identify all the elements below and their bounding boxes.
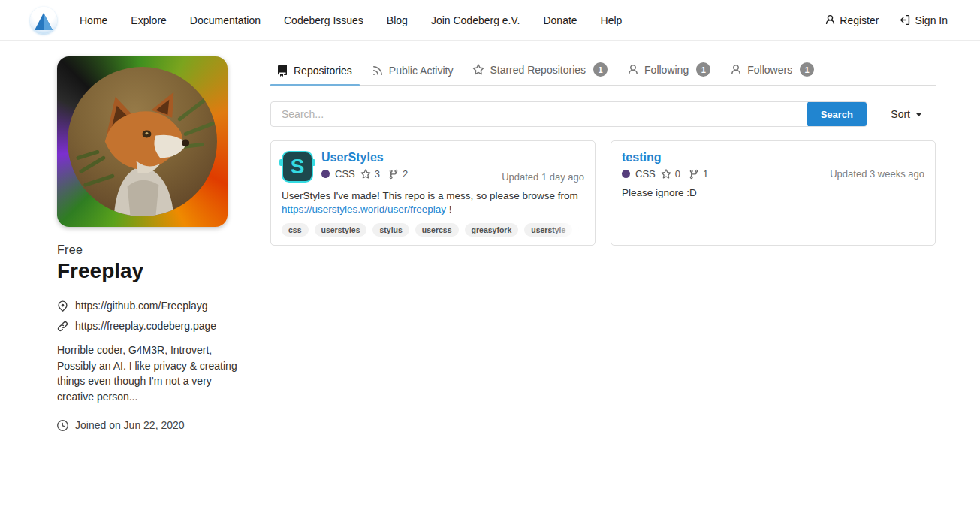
register-label: Register [840,14,879,26]
tab-following-label: Following [644,64,689,76]
repo-card-header: testing CSS 0 1 Updated 3 weeks ago [622,151,924,180]
repo-updated: Updated 1 day ago [502,171,584,183]
profile-joined-label: Joined on Jun 22, 2020 [75,419,185,431]
repo-meta-row: CSS 0 1 [622,168,711,180]
tab-repositories-label: Repositories [294,65,352,77]
language-label: CSS [635,168,656,180]
sort-label: Sort [891,108,910,120]
topic-chip[interactable]: cascading-style-sheets [578,223,584,237]
repo-title-block: UserStyles CSS 3 2 [321,151,411,180]
profile-website-row: https://freeplay.codeberg.page [57,320,230,332]
repo-icon [276,65,288,77]
profile-joined-row: Joined on Jun 22, 2020 [57,419,230,431]
topic-chip[interactable]: greasyfork [465,223,519,237]
star-icon [360,169,371,180]
page-body: Free Freeplay https://github.com/Freepla… [0,41,980,431]
repo-description: Please ignore :D [622,186,924,200]
nav-join-codeberg[interactable]: Join Codeberg e.V. [431,14,520,26]
tab-public-activity[interactable]: Public Activity [366,59,461,85]
fork-icon [388,169,399,180]
repo-card-header: S UserStyles CSS 3 2 [282,151,584,183]
navbar: Home Explore Documentation Codeberg Issu… [0,0,980,41]
star-icon [661,169,671,180]
star-icon [472,64,484,76]
topic-chip[interactable]: userstyles [315,223,367,237]
topic-chip[interactable]: css [282,223,309,237]
repo-name-link[interactable]: testing [622,151,711,164]
nav-home[interactable]: Home [80,14,107,26]
search-input[interactable] [271,102,807,126]
profile-location-link[interactable]: https://github.com/Freeplayg [75,300,208,312]
fox-photo [68,67,217,216]
language-label: CSS [335,168,355,180]
search-button[interactable]: Search [807,101,867,127]
tab-starred-label: Starred Repositories [490,64,586,76]
profile-fullname: Free [57,243,230,257]
description-suffix: ! [446,204,452,215]
profile-avatar[interactable] [57,56,228,227]
description-link[interactable]: https://userstyles.world/user/freeplay [282,204,446,215]
profile-website-link[interactable]: https://freeplay.codeberg.page [75,320,216,332]
profile-location-row: https://github.com/Freeplayg [57,300,230,312]
repo-updated: Updated 3 weeks ago [830,168,924,180]
description-text: UserStyles I've made! This repo is a mes… [282,190,578,201]
tab-repositories[interactable]: Repositories [270,59,360,85]
person-icon [627,64,639,76]
fork-count: 2 [403,168,408,180]
followers-count-badge: 1 [800,62,814,77]
fox-illustration-icon [68,67,217,216]
nav-blog[interactable]: Blog [387,14,408,26]
profile-sidebar: Free Freeplay https://github.com/Freepla… [57,56,230,431]
repo-topics: css userstyles stylus usercss greasyfork… [282,223,584,237]
tab-followers[interactable]: Followers 1 [724,56,822,85]
profile-bio: Horrible coder, G4M3R, Introvert, Possib… [57,342,251,404]
location-pin-icon [57,300,68,312]
primary-nav: Home Explore Documentation Codeberg Issu… [80,14,645,26]
star-count: 3 [375,168,380,180]
codeberg-logo[interactable] [30,7,57,34]
nav-donate[interactable]: Donate [543,14,577,26]
avatar-letter: S [291,156,305,177]
register-link[interactable]: Register [825,14,879,26]
person-icon [825,14,836,26]
profile-tabbar: Repositories Public Activity Starred Rep… [270,56,936,86]
avatar-right-notch [312,159,315,166]
repo-card-testing: testing CSS 0 1 Updated 3 weeks ago Plea… [611,140,936,246]
navbar-auth: Register Sign In [825,14,948,26]
tab-public-activity-label: Public Activity [389,65,454,77]
star-count: 0 [675,168,680,180]
signin-label: Sign In [915,14,948,26]
nav-documentation[interactable]: Documentation [190,14,261,26]
signin-link[interactable]: Sign In [900,14,948,26]
search-input-group: Search [270,101,867,127]
repo-meta-row: CSS 3 2 [321,168,411,180]
repo-title-block: testing CSS 0 1 [622,151,711,180]
userstyles-repo-avatar: S [282,151,313,183]
profile-meta: https://github.com/Freeplayg https://fre… [57,300,230,332]
repo-list: S UserStyles CSS 3 2 [270,140,936,246]
codeberg-mountain-icon [30,7,57,34]
sign-in-icon [900,14,911,26]
rss-icon [372,65,384,77]
main-content: Repositories Public Activity Starred Rep… [270,56,936,431]
nav-help[interactable]: Help [601,14,623,26]
tab-followers-label: Followers [747,64,792,76]
language-dot-css [622,170,630,178]
clock-icon [57,420,68,431]
tab-following[interactable]: Following 1 [621,56,718,85]
link-icon [57,321,68,332]
fork-count: 1 [703,168,708,180]
starred-count-badge: 1 [593,62,608,77]
topic-chip[interactable]: userstyle [524,223,572,237]
repo-name-link[interactable]: UserStyles [321,151,411,164]
tab-starred-repositories[interactable]: Starred Repositories 1 [466,56,615,85]
topic-chip[interactable]: stylus [372,223,409,237]
sort-dropdown[interactable]: Sort [891,108,922,120]
nav-explore[interactable]: Explore [131,14,166,26]
repo-card-userstyles: S UserStyles CSS 3 2 [270,140,596,246]
nav-codeberg-issues[interactable]: Codeberg Issues [284,14,363,26]
fork-icon [689,169,699,180]
language-dot-css [321,170,330,178]
repo-search-row: Search Sort [270,101,936,127]
topic-chip[interactable]: usercss [415,223,459,237]
